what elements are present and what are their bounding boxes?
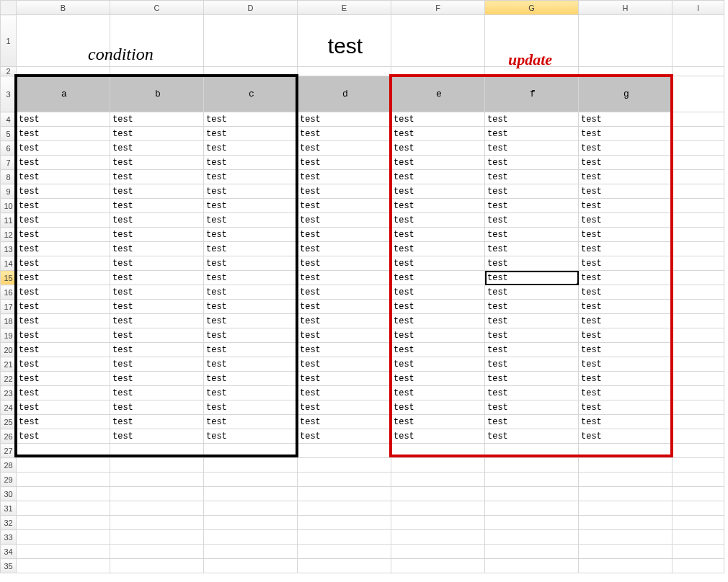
col-header-C[interactable]: C (110, 1, 204, 15)
cell-H28[interactable] (579, 458, 672, 473)
cell-D29[interactable] (204, 473, 298, 487)
row-header-28[interactable]: 28 (1, 458, 17, 473)
cell-F13[interactable]: test (391, 242, 485, 256)
data-header-d[interactable]: d (298, 76, 391, 112)
cell-H9[interactable]: test (579, 184, 672, 199)
cell-B15[interactable]: test (17, 271, 110, 285)
cell-C24[interactable]: test (110, 400, 204, 415)
row-header-16[interactable]: 16 (1, 285, 17, 300)
cell-I8[interactable] (672, 170, 724, 184)
cell-C19[interactable]: test (110, 328, 204, 343)
cell-I10[interactable] (672, 199, 724, 213)
row-header-2[interactable]: 2 (1, 67, 17, 76)
cell-E30[interactable] (298, 487, 391, 501)
row-header-35[interactable]: 35 (1, 559, 17, 573)
row-header-12[interactable]: 12 (1, 228, 17, 242)
cell-G9[interactable]: test (485, 184, 579, 199)
cell-E35[interactable] (298, 559, 391, 573)
cell-D31[interactable] (204, 501, 298, 516)
row-header-26[interactable]: 26 (1, 429, 17, 444)
cell-I6[interactable] (672, 141, 724, 156)
cell-G28[interactable] (485, 458, 579, 473)
cell-I14[interactable] (672, 256, 724, 271)
cell-E13[interactable]: test (298, 242, 391, 256)
cell-G11[interactable]: test (485, 213, 579, 228)
cell-E25[interactable]: test (298, 415, 391, 429)
cell-G10[interactable]: test (485, 199, 579, 213)
cell-I3[interactable] (672, 76, 724, 112)
cell-B8[interactable]: test (17, 170, 110, 184)
cell-B32[interactable] (17, 516, 110, 530)
cell-C27[interactable] (110, 444, 204, 458)
cell-I22[interactable] (672, 372, 724, 386)
cell-G19[interactable]: test (485, 328, 579, 343)
cell-C9[interactable]: test (110, 184, 204, 199)
row-header-5[interactable]: 5 (1, 127, 17, 141)
cell-F12[interactable]: test (391, 228, 485, 242)
cell-C2[interactable] (110, 67, 204, 76)
row-header-7[interactable]: 7 (1, 156, 17, 170)
cell-C16[interactable]: test (110, 285, 204, 300)
cell-F24[interactable]: test (391, 400, 485, 415)
cell-D13[interactable]: test (204, 242, 298, 256)
row-header-17[interactable]: 17 (1, 300, 17, 314)
cell-F32[interactable] (391, 516, 485, 530)
cell-G12[interactable]: test (485, 228, 579, 242)
cell-C21[interactable]: test (110, 357, 204, 372)
row-header-1[interactable]: 1 (1, 15, 17, 67)
row-header-14[interactable]: 14 (1, 256, 17, 271)
cell-D4[interactable]: test (204, 112, 298, 127)
cell-B21[interactable]: test (17, 357, 110, 372)
cell-I11[interactable] (672, 213, 724, 228)
cell-G25[interactable]: test (485, 415, 579, 429)
cell-B23[interactable]: test (17, 386, 110, 400)
cell-E16[interactable]: test (298, 285, 391, 300)
cell-B18[interactable]: test (17, 314, 110, 328)
cell-G27[interactable] (485, 444, 579, 458)
cell-F25[interactable]: test (391, 415, 485, 429)
cell-F20[interactable]: test (391, 343, 485, 357)
cell-D25[interactable]: test (204, 415, 298, 429)
cell-G21[interactable]: test (485, 357, 579, 372)
cell-F27[interactable] (391, 444, 485, 458)
cell-B9[interactable]: test (17, 184, 110, 199)
cell-E14[interactable]: test (298, 256, 391, 271)
cell-H15[interactable]: test (579, 271, 672, 285)
cell-E6[interactable]: test (298, 141, 391, 156)
cell-G20[interactable]: test (485, 343, 579, 357)
cell-G29[interactable] (485, 473, 579, 487)
cell-C22[interactable]: test (110, 372, 204, 386)
cell-H5[interactable]: test (579, 127, 672, 141)
cell-E4[interactable]: test (298, 112, 391, 127)
cell-D17[interactable]: test (204, 300, 298, 314)
cell-C15[interactable]: test (110, 271, 204, 285)
cell-E7[interactable]: test (298, 156, 391, 170)
cell-H11[interactable]: test (579, 213, 672, 228)
cell-I19[interactable] (672, 328, 724, 343)
row-header-33[interactable]: 33 (1, 530, 17, 545)
cell-G5[interactable]: test (485, 127, 579, 141)
row-header-30[interactable]: 30 (1, 487, 17, 501)
col-header-G[interactable]: G (485, 1, 579, 15)
row-header-8[interactable]: 8 (1, 170, 17, 184)
cell-C30[interactable] (110, 487, 204, 501)
cell-C25[interactable]: test (110, 415, 204, 429)
cell-C11[interactable]: test (110, 213, 204, 228)
row-header-34[interactable]: 34 (1, 545, 17, 559)
cell-D20[interactable]: test (204, 343, 298, 357)
cell-E2[interactable] (298, 67, 391, 76)
cell-E29[interactable] (298, 473, 391, 487)
row-header-24[interactable]: 24 (1, 400, 17, 415)
cell-B17[interactable]: test (17, 300, 110, 314)
cell-I13[interactable] (672, 242, 724, 256)
cell-I5[interactable] (672, 127, 724, 141)
row-header-29[interactable]: 29 (1, 473, 17, 487)
cell-G33[interactable] (485, 530, 579, 545)
cell-I7[interactable] (672, 156, 724, 170)
data-header-c[interactable]: c (204, 76, 298, 112)
cell-C4[interactable]: test (110, 112, 204, 127)
cell-H29[interactable] (579, 473, 672, 487)
cell-C13[interactable]: test (110, 242, 204, 256)
cell-C20[interactable]: test (110, 343, 204, 357)
cell-F16[interactable]: test (391, 285, 485, 300)
